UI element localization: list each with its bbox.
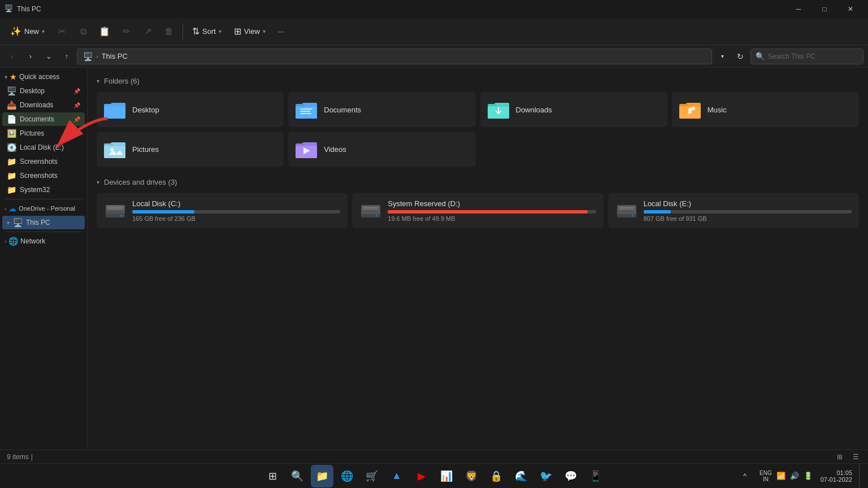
path-arrow-icon: › [96, 53, 98, 60]
sidebar-item-downloads[interactable]: 📥 Downloads 📌 [2, 98, 85, 112]
taskbar-right: ^ ENG IN 📶 🔊 🔋 01:05 07-01-2022 [734, 465, 866, 487]
taskbar-clock[interactable]: 01:05 07-01-2022 [817, 468, 856, 484]
folder-videos[interactable]: Videos [288, 132, 475, 167]
sidebar-item-downloads-label: Downloads [20, 101, 53, 109]
taskbar-search-button[interactable]: 🔍 [286, 465, 309, 487]
cut-button: ✂ [51, 21, 72, 42]
taskbar-drive-button[interactable]: ▲ [385, 465, 408, 487]
taskbar-chrome-button[interactable]: 🌐 [336, 465, 358, 487]
wifi-icon[interactable]: 📶 [775, 470, 787, 482]
new-button[interactable]: ✨ New ▾ [5, 21, 50, 42]
svg-point-28 [376, 215, 378, 217]
sidebar-item-documents[interactable]: 📄 Documents 📌 [2, 112, 85, 126]
taskbar-sys-icons: 📶 🔊 🔋 [775, 470, 814, 482]
window-title: This PC [17, 5, 41, 13]
drive-c-name: Local Disk (C:) [132, 199, 340, 208]
sort-button[interactable]: ⇅ Sort ▾ [186, 21, 227, 42]
view-label: View [244, 27, 260, 36]
onedrive-header[interactable]: › ☁ OneDrive - Personal [0, 202, 87, 215]
svg-rect-31 [619, 208, 635, 210]
drive-e[interactable]: Local Disk (E:) 807 GB free of 931 GB [608, 193, 859, 228]
taskbar-show-hidden-button[interactable]: ^ [734, 465, 756, 487]
up-button[interactable]: ↑ [59, 49, 75, 64]
sidebar-item-desktop[interactable]: 🖥️ Desktop 📌 [2, 84, 85, 98]
more-label: ··· [278, 27, 284, 36]
svg-rect-21 [107, 208, 123, 210]
drive-d[interactable]: System Reserved (D:) 19.6 MB free of 49.… [352, 193, 603, 228]
sys-lang[interactable]: ENG IN [760, 470, 772, 482]
quick-access-label: Quick access [19, 73, 59, 81]
view-icon: ⊞ [234, 26, 241, 37]
drive-c-info: Local Disk (C:) 165 GB free of 236 GB [132, 199, 340, 222]
taskbar-edge-button[interactable]: 🌊 [510, 465, 532, 487]
view-button[interactable]: ⊞ View ▾ [228, 21, 271, 42]
refresh-button[interactable]: ↻ [732, 49, 748, 64]
list-view-button[interactable]: ☰ [850, 451, 861, 463]
taskbar-file-explorer-button[interactable]: 📁 [311, 465, 333, 487]
sidebar-item-system32[interactable]: 📁 System32 [2, 183, 85, 197]
drive-d-bar-container [388, 210, 596, 213]
recent-button[interactable]: ⌄ [41, 49, 57, 64]
minimize-button[interactable]: ─ [785, 0, 811, 18]
folder-pictures-name: Pictures [132, 145, 159, 154]
start-button[interactable]: ⊞ [261, 465, 284, 487]
taskbar-whatsapp-button[interactable]: 📱 [584, 465, 607, 487]
folder-pictures-icon [104, 138, 127, 160]
folder-documents[interactable]: Documents [288, 92, 475, 127]
quick-access-header[interactable]: ▾ ★ Quick access [0, 70, 87, 84]
taskbar-brave-button[interactable]: 🦁 [460, 465, 483, 487]
folders-chevron-icon[interactable]: ▾ [97, 78, 99, 84]
folder-downloads[interactable]: Downloads [480, 92, 667, 127]
taskbar-bitdefender-button[interactable]: 🔒 [485, 465, 507, 487]
sidebar-item-pictures[interactable]: 🖼️ Pictures [2, 127, 85, 140]
taskbar-whatsapp-icon: 📱 [589, 470, 602, 482]
taskbar-chrome-icon: 🌐 [341, 470, 353, 482]
forward-button[interactable]: › [23, 49, 38, 64]
status-separator: | [31, 453, 33, 461]
drive-c-bar [132, 210, 194, 213]
back-button[interactable]: ‹ [5, 49, 20, 64]
taskbar-twitter-button[interactable]: 🐦 [535, 465, 557, 487]
sidebar-item-pictures-label: Pictures [20, 129, 44, 137]
drive-c[interactable]: Local Disk (C:) 165 GB free of 236 GB [97, 193, 348, 228]
taskbar-twitter-icon: 🐦 [540, 470, 552, 482]
search-box[interactable]: 🔍 Search This PC [750, 49, 863, 64]
more-button[interactable]: ··· [272, 21, 290, 42]
sidebar-item-this-pc-label: This PC [26, 219, 50, 226]
folder-pictures[interactable]: Pictures [97, 132, 284, 167]
folder-documents-name: Documents [324, 106, 361, 114]
network-header[interactable]: › 🌐 Network [0, 234, 87, 248]
sidebar-item-system32-label: System32 [20, 186, 50, 194]
taskbar-store-button[interactable]: 🛒 [361, 465, 383, 487]
taskbar-youtube-button[interactable]: ▶ [410, 465, 433, 487]
close-button[interactable]: ✕ [837, 0, 863, 18]
sidebar-item-local-disk-e[interactable]: 💽 Local Disk (E:) [2, 141, 85, 154]
folder-desktop-icon [104, 98, 127, 121]
address-path[interactable]: 🖥️ › This PC [77, 49, 712, 64]
folder-documents-icon [296, 98, 318, 121]
maximize-button[interactable]: □ [811, 0, 837, 18]
battery-icon[interactable]: 🔋 [802, 470, 814, 482]
folder-music[interactable]: Music [672, 92, 859, 127]
sidebar-item-screenshots-1[interactable]: 📁 Screenshots [2, 155, 85, 168]
drive-d-name: System Reserved (D:) [388, 199, 596, 208]
show-desktop-button[interactable] [859, 465, 863, 487]
folders-grid: Desktop Documents [97, 92, 859, 167]
network-icon: 🌐 [8, 237, 18, 246]
sidebar-item-this-pc[interactable]: ▾ 🖥️ This PC [2, 216, 85, 229]
clock-date: 07-01-2022 [821, 476, 852, 483]
drives-chevron-icon[interactable]: ▾ [97, 179, 99, 185]
taskbar-excel-button[interactable]: 📊 [435, 465, 458, 487]
taskbar-center: ⊞ 🔍 📁 🌐 🛒 ▲ ▶ 📊 🦁 🔒 🌊 [261, 465, 607, 487]
sidebar-item-screenshots-2[interactable]: 📁 Screenshots [2, 169, 85, 182]
grid-view-button[interactable]: ⊞ [834, 451, 845, 463]
status-right: ⊞ ☰ [834, 451, 861, 463]
drive-d-icon [359, 199, 382, 222]
svg-point-23 [120, 215, 123, 217]
taskbar-teams-button[interactable]: 💬 [559, 465, 582, 487]
speaker-icon[interactable]: 🔊 [789, 470, 800, 482]
folder-desktop[interactable]: Desktop [97, 92, 284, 127]
address-dropdown-button[interactable]: ▾ [714, 49, 730, 64]
svg-rect-5 [300, 108, 313, 110]
toolbar-separator [183, 24, 183, 40]
